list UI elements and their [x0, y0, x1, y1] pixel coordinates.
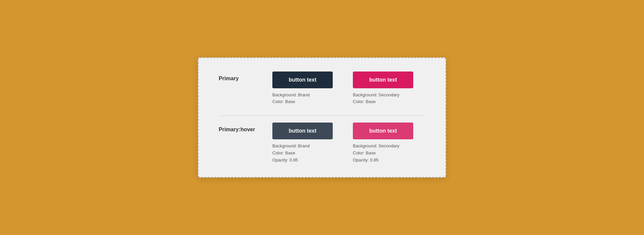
- primary-brand-cell: button text Background: Brand Color: Bas…: [272, 72, 333, 106]
- primary-hover-secondary-button[interactable]: button text: [353, 123, 413, 139]
- primary-hover-brand-cell: button text Background: Brand Color: Bas…: [272, 123, 333, 163]
- primary-row: Primary button text Background: Brand Co…: [219, 72, 425, 106]
- primary-hover-button-group: button text Background: Brand Color: Bas…: [272, 123, 425, 163]
- primary-hover-brand-meta: Background: Brand Color: Base Opacity: 0…: [272, 143, 333, 163]
- row-divider: [219, 115, 425, 116]
- primary-hover-row: Primary:hover button text Background: Br…: [219, 123, 425, 163]
- primary-button-group: button text Background: Brand Color: Bas…: [272, 72, 425, 106]
- primary-secondary-button[interactable]: button text: [353, 72, 413, 88]
- primary-hover-label: Primary:hover: [219, 123, 272, 133]
- primary-brand-button[interactable]: button text: [272, 72, 333, 88]
- primary-hover-secondary-cell: button text Background: Secondary Color:…: [353, 123, 413, 163]
- primary-secondary-cell: button text Background: Secondary Color:…: [353, 72, 413, 106]
- primary-brand-meta: Background: Brand Color: Base: [272, 92, 333, 106]
- primary-label: Primary: [219, 72, 272, 82]
- primary-hover-secondary-meta: Background: Secondary Color: Base Opacit…: [353, 143, 413, 163]
- primary-hover-brand-button[interactable]: button text: [272, 123, 333, 139]
- design-spec-card: Primary button text Background: Brand Co…: [198, 57, 446, 178]
- primary-secondary-meta: Background: Secondary Color: Base: [353, 92, 413, 106]
